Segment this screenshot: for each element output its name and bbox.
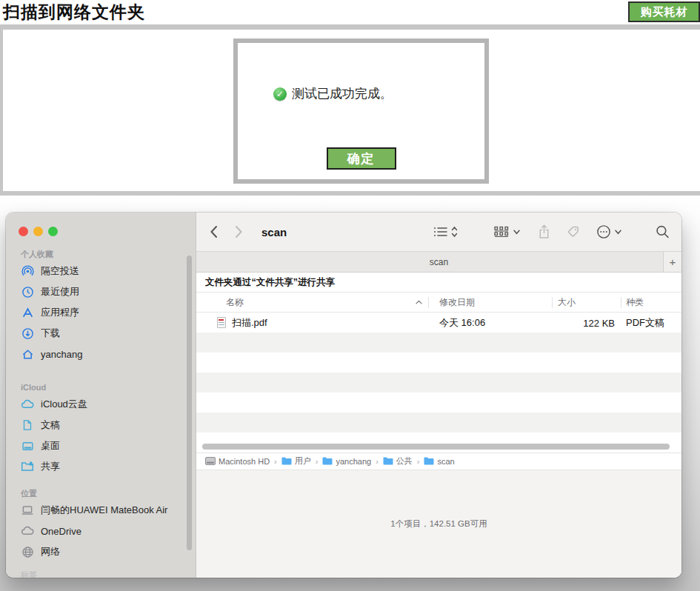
tab-scan[interactable]: scan [430,257,448,267]
share-icon [538,224,550,239]
path-item-macintosh-hd[interactable]: Macintosh HD [205,457,270,466]
column-divider[interactable] [621,297,621,308]
pdf-file-icon [217,317,226,328]
list-view-icon [433,226,447,238]
path-label: yanchang [336,457,371,466]
sidebar-scrollbar[interactable] [187,256,192,550]
group-grid-icon [494,226,509,238]
applications-icon [21,306,34,319]
new-tab-button[interactable]: + [663,252,681,272]
view-list-button[interactable] [433,226,458,238]
sidebar-item-airdrop[interactable]: 隔空投送 [6,261,196,281]
finder-window: 个人收藏 隔空投送 最近使用 [6,213,681,578]
column-headers: 名称 修改日期 大小 种类 [196,293,681,313]
sidebar-item-desktop[interactable]: 桌面 [6,435,196,456]
tab-bar: scan + [196,252,681,273]
sort-ascending-icon [416,300,422,304]
clock-icon [21,285,34,298]
sidebar-list: 个人收藏 隔空投送 最近使用 [6,213,196,578]
document-icon [21,418,34,432]
buy-supplies-button[interactable]: 购买耗材 [628,1,700,22]
file-name: 扫描.pdf [232,316,267,330]
sidebar-item-applications[interactable]: 应用程序 [6,302,196,323]
share-button[interactable] [538,224,550,239]
sidebar-item-label: 桌面 [41,439,60,453]
shared-folder-notice: 文件夹通过“文件共享”进行共享 [196,273,681,293]
sidebar-item-label: 闫畅的HUAWEI MateBook Air [41,504,167,517]
sidebar-item-network[interactable]: 网络 [6,541,196,562]
section-locations: 位置 [6,487,196,500]
file-date: 今天 16:06 [439,316,485,330]
sidebar-item-documents[interactable]: 文稿 [6,415,196,435]
sort-arrows-icon [451,226,458,238]
folder-icon [322,457,333,465]
path-separator: › [417,457,420,466]
tags-button[interactable] [567,225,580,238]
back-button[interactable] [210,225,218,238]
sidebar-item-home[interactable]: yanchang [6,344,196,364]
finder-main-pane: scan [196,213,681,578]
column-name[interactable]: 名称 [226,296,244,309]
column-divider[interactable] [428,297,429,308]
sidebar-item-label: 网络 [41,545,60,558]
sidebar-item-onedrive[interactable]: OneDrive [6,521,196,541]
column-divider[interactable] [552,297,553,308]
forward-button[interactable] [235,225,243,238]
sidebar-item-recents[interactable]: 最近使用 [6,281,196,302]
sidebar-item-this-mac[interactable]: 闫畅的HUAWEI MateBook Air [6,500,196,521]
hard-drive-icon [205,457,216,465]
column-size[interactable]: 大小 [558,296,576,309]
sidebar-item-icloud-drive[interactable]: iCloud云盘 [6,394,196,415]
status-bar: 1个项目，142.51 GB可用 [196,470,681,578]
horizontal-scrollbar[interactable] [202,444,670,450]
window-title: scan [261,226,287,238]
ok-button[interactable]: 确定 [327,147,396,170]
sidebar-item-downloads[interactable]: 下载 [6,323,196,344]
content-top-border [0,24,700,30]
finder-sidebar: 个人收藏 隔空投送 最近使用 [6,213,196,578]
folder-icon [424,457,434,465]
desktop-icon [21,439,34,453]
path-bar: Macintosh HD › 用户 › yanchang › 公共 › scan [196,453,681,470]
section-icloud: iCloud [6,381,196,394]
dialog-message: 测试已成功完成。 [292,85,393,102]
shared-folder-icon [21,460,34,473]
column-kind[interactable]: 种类 [626,296,644,309]
path-label: scan [437,457,454,466]
path-separator: › [316,457,319,466]
folder-icon [383,457,393,465]
downloads-icon [21,327,34,340]
sidebar-item-label: 应用程序 [41,306,79,319]
path-item-yanchang[interactable]: yanchang [322,457,371,466]
ews-header: 扫描到网络文件夹 购买耗材 [0,0,700,24]
sidebar-item-label: iCloud云盘 [41,398,87,411]
onedrive-cloud-icon [21,524,34,538]
chevron-down-icon [513,230,520,235]
page-title: 扫描到网络文件夹 [3,1,145,24]
test-result-dialog: ✓ 测试已成功完成。 确定 [233,39,489,184]
search-icon [656,225,670,239]
file-size: 122 KB [552,317,615,328]
path-label: 用户 [295,455,311,467]
path-label: 公共 [396,455,413,467]
path-item-public[interactable]: 公共 [383,455,413,467]
sidebar-item-shared[interactable]: 共享 [6,456,196,477]
more-actions-button[interactable] [596,224,621,239]
globe-icon [21,545,34,558]
laptop-icon [21,504,34,517]
file-row-scan-pdf[interactable]: 扫描.pdf 今天 16:06 122 KB PDF文稿 [196,313,681,333]
file-list-empty-area[interactable] [196,333,681,441]
folder-icon [281,457,292,465]
finder-toolbar: scan [196,213,681,252]
sidebar-item-label: yanchang [41,349,82,360]
ellipsis-circle-icon [596,224,611,239]
cloud-icon [21,398,34,411]
home-icon [21,347,34,361]
search-button[interactable] [656,225,670,239]
group-by-button[interactable] [494,226,520,238]
sidebar-item-label: 文稿 [41,418,60,432]
horizontal-scroll-area [196,441,681,453]
path-item-users[interactable]: 用户 [281,455,311,467]
path-item-scan[interactable]: scan [424,457,454,466]
column-date[interactable]: 修改日期 [439,296,475,309]
